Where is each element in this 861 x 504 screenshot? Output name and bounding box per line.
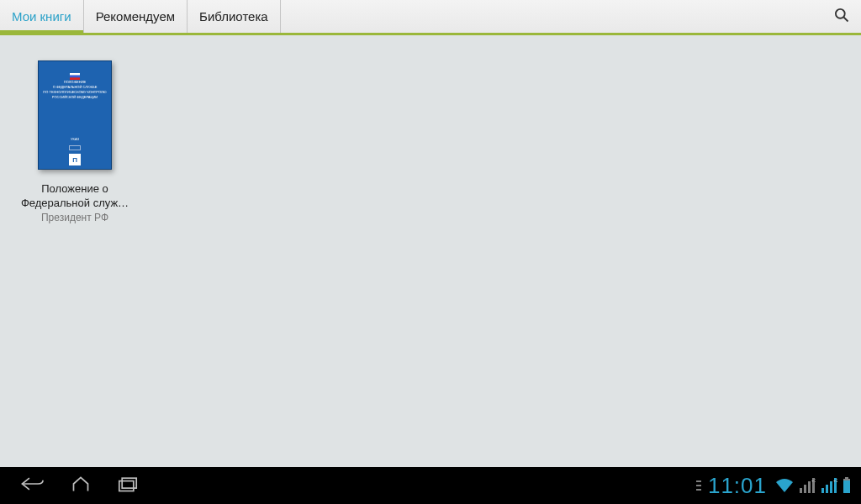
- svg-rect-12: [808, 481, 811, 493]
- svg-rect-2: [70, 73, 80, 76]
- book-grid: ПОЛОЖЕНИЕ О ФЕДЕРАЛЬНОЙ СЛУЖБЕ ПО ТЕХНОЛ…: [20, 60, 841, 223]
- svg-rect-20: [845, 477, 848, 479]
- back-icon: [19, 474, 48, 497]
- search-icon: [833, 7, 850, 27]
- tab-my-books[interactable]: Мои книги: [0, 0, 84, 33]
- tab-label: Мои книги: [12, 9, 71, 24]
- cover-line: УКАЗ: [71, 137, 79, 142]
- svg-rect-17: [830, 481, 832, 493]
- tab-library[interactable]: Библиотека: [188, 0, 281, 33]
- book-cover: ПОЛОЖЕНИЕ О ФЕДЕРАЛЬНОЙ СЛУЖБЕ ПО ТЕХНОЛ…: [38, 60, 112, 170]
- svg-rect-16: [826, 485, 828, 493]
- settings-hint-icon: [695, 475, 703, 496]
- svg-rect-11: [804, 485, 806, 493]
- cover-badge: [69, 145, 81, 150]
- cover-line: РОССИЙСКОЙ ФЕДЕРАЦИИ: [52, 95, 98, 100]
- signal-icon: +1: [799, 477, 816, 494]
- svg-rect-15: [821, 488, 824, 493]
- svg-rect-10: [800, 488, 802, 493]
- svg-rect-3: [70, 76, 80, 78]
- publisher-mark: П: [69, 154, 81, 165]
- svg-text:+1: +1: [811, 478, 816, 483]
- tab-label: Рекомендуем: [96, 9, 175, 24]
- search-button[interactable]: [822, 0, 861, 33]
- tab-label: Библиотека: [199, 9, 268, 24]
- svg-rect-7: [696, 480, 701, 482]
- back-button[interactable]: [10, 474, 57, 497]
- svg-rect-8: [696, 485, 701, 486]
- recent-apps-icon: [114, 474, 142, 497]
- svg-point-0: [836, 8, 845, 18]
- tabs-bar: Мои книги Рекомендуем Библиотека: [0, 0, 861, 35]
- battery-icon: [843, 477, 851, 494]
- flag-icon: [70, 68, 80, 75]
- content-area: ПОЛОЖЕНИЕ О ФЕДЕРАЛЬНОЙ СЛУЖБЕ ПО ТЕХНОЛ…: [0, 35, 861, 467]
- svg-text:+2: +2: [833, 478, 837, 483]
- recent-apps-button[interactable]: [104, 474, 151, 497]
- svg-rect-22: [843, 480, 850, 493]
- book-author: Президент РФ: [41, 212, 108, 223]
- clock: 11:01: [708, 473, 767, 499]
- home-button[interactable]: [57, 474, 104, 497]
- status-area[interactable]: 11:01 +1 +2: [695, 473, 851, 499]
- svg-line-1: [844, 17, 848, 21]
- book-item[interactable]: ПОЛОЖЕНИЕ О ФЕДЕРАЛЬНОЙ СЛУЖБЕ ПО ТЕХНОЛ…: [20, 60, 129, 223]
- tab-recommend[interactable]: Рекомендуем: [84, 0, 188, 33]
- android-navbar: 11:01 +1 +2: [0, 467, 861, 504]
- signal-icon-2: +2: [821, 477, 837, 494]
- book-title: Положение о Федеральной служ…: [16, 181, 134, 210]
- wifi-icon: [775, 477, 794, 494]
- svg-rect-9: [696, 489, 701, 491]
- home-icon: [66, 474, 95, 497]
